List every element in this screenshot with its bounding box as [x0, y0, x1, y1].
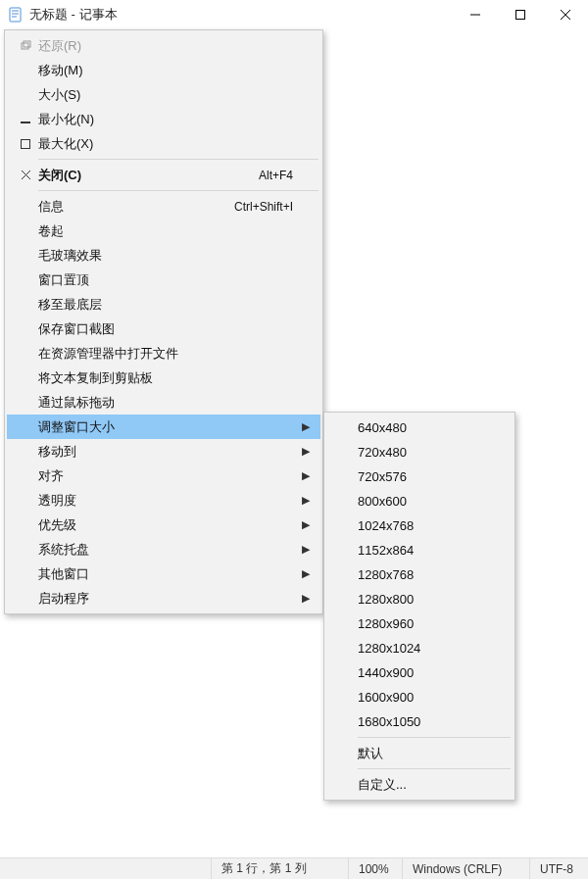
- menu-label: 将文本复制到剪贴板: [38, 369, 299, 387]
- resize-option-1440x900[interactable]: 1440x900: [326, 660, 513, 685]
- menu-item-save-screenshot[interactable]: 保存窗口截图: [7, 317, 320, 341]
- resize-option-720x480[interactable]: 720x480: [326, 440, 513, 464]
- status-encoding: UTF-8: [529, 858, 588, 879]
- submenu-arrow-icon: ▶: [299, 420, 313, 433]
- maximize-icon: [13, 138, 38, 150]
- status-line-ending: Windows (CRLF): [402, 858, 529, 879]
- resize-option-1024x768[interactable]: 1024x768: [326, 513, 513, 538]
- menu-label: 关闭(C): [38, 167, 259, 184]
- resize-option-1152x864[interactable]: 1152x864: [326, 538, 513, 562]
- menu-shortcut: Alt+F4: [259, 169, 299, 182]
- resize-label: 默认: [358, 745, 383, 762]
- resize-label: 720x576: [358, 469, 407, 484]
- submenu-arrow-icon: ▶: [299, 592, 313, 605]
- status-caret-position: 第 1 行，第 1 列: [211, 858, 348, 879]
- menu-item-restore[interactable]: 还原(R): [7, 33, 320, 58]
- menu-item-start-program[interactable]: 启动程序 ▶: [7, 586, 320, 610]
- menu-item-info[interactable]: 信息 Ctrl+Shift+I: [7, 194, 320, 219]
- menu-item-tray[interactable]: 系统托盘 ▶: [7, 537, 320, 562]
- resize-option-800x600[interactable]: 800x600: [326, 489, 513, 513]
- resize-option-1280x1024[interactable]: 1280x1024: [326, 636, 513, 660]
- menu-item-ontop[interactable]: 窗口置顶: [7, 268, 320, 292]
- resize-label: 1280x1024: [358, 641, 420, 656]
- resize-option-1280x768[interactable]: 1280x768: [326, 562, 513, 587]
- resize-label: 1280x960: [358, 616, 414, 631]
- menu-item-rollup[interactable]: 卷起: [7, 219, 320, 243]
- resize-option-1280x800[interactable]: 1280x800: [326, 587, 513, 611]
- menu-label: 信息: [38, 198, 234, 216]
- submenu-arrow-icon: ▶: [299, 445, 313, 458]
- resize-label: 1024x768: [358, 518, 414, 533]
- menu-item-open-in-explorer[interactable]: 在资源管理器中打开文件: [7, 341, 320, 366]
- menu-item-move-to[interactable]: 移动到 ▶: [7, 439, 320, 464]
- status-bar: 第 1 行，第 1 列 100% Windows (CRLF) UTF-8: [0, 857, 588, 879]
- svg-rect-9: [24, 41, 30, 47]
- status-zoom: 100%: [348, 858, 402, 879]
- resize-option-1600x900[interactable]: 1600x900: [326, 685, 513, 709]
- menu-shortcut: Ctrl+Shift+I: [234, 200, 299, 214]
- window-title: 无标题 - 记事本: [29, 6, 118, 24]
- resize-label: 1152x864: [358, 543, 414, 558]
- resize-option-default[interactable]: 默认: [326, 741, 513, 765]
- menu-item-glass[interactable]: 毛玻璃效果: [7, 243, 320, 268]
- menu-label: 毛玻璃效果: [38, 247, 299, 265]
- menu-label: 移至最底层: [38, 296, 299, 314]
- title-bar: 无标题 - 记事本: [0, 0, 588, 29]
- menu-label: 还原(R): [38, 37, 299, 55]
- menu-item-maximize[interactable]: 最大化(X): [7, 131, 320, 156]
- menu-label: 大小(S): [38, 86, 299, 104]
- menu-item-to-bottom[interactable]: 移至最底层: [7, 292, 320, 317]
- resize-label: 1280x800: [358, 592, 414, 607]
- menu-item-align[interactable]: 对齐 ▶: [7, 464, 320, 488]
- menu-separator: [38, 159, 318, 160]
- close-icon: [13, 170, 38, 180]
- resize-label: 1440x900: [358, 665, 414, 680]
- menu-label: 对齐: [38, 467, 299, 485]
- menu-item-close[interactable]: 关闭(C) Alt+F4: [7, 163, 320, 187]
- resize-submenu: 640x480 720x480 720x576 800x600 1024x768…: [323, 412, 515, 801]
- menu-item-resize[interactable]: 调整窗口大小 ▶: [7, 415, 320, 439]
- minimize-button[interactable]: [453, 0, 498, 29]
- menu-label: 启动程序: [38, 590, 299, 608]
- menu-item-minimize[interactable]: 最小化(N): [7, 107, 320, 131]
- menu-label: 窗口置顶: [38, 271, 299, 289]
- submenu-arrow-icon: ▶: [299, 469, 313, 482]
- menu-label: 最大化(X): [38, 135, 299, 153]
- menu-item-other-windows[interactable]: 其他窗口 ▶: [7, 562, 320, 586]
- resize-option-640x480[interactable]: 640x480: [326, 415, 513, 440]
- close-button[interactable]: [543, 0, 588, 29]
- menu-label: 在资源管理器中打开文件: [38, 345, 299, 363]
- maximize-button[interactable]: [498, 0, 543, 29]
- resize-option-custom[interactable]: 自定义...: [326, 772, 513, 797]
- svg-rect-8: [22, 43, 28, 49]
- menu-label: 通过鼠标拖动: [38, 394, 299, 412]
- menu-label: 其他窗口: [38, 565, 299, 583]
- submenu-arrow-icon: ▶: [299, 494, 313, 507]
- resize-option-1280x960[interactable]: 1280x960: [326, 611, 513, 636]
- menu-label: 优先级: [38, 516, 299, 534]
- menu-label: 移动(M): [38, 62, 299, 79]
- menu-item-drag-by-mouse[interactable]: 通过鼠标拖动: [7, 390, 320, 415]
- menu-label: 卷起: [38, 222, 299, 240]
- svg-rect-11: [22, 139, 30, 148]
- menu-separator: [358, 768, 511, 769]
- submenu-arrow-icon: ▶: [299, 567, 313, 580]
- resize-label: 自定义...: [358, 776, 407, 794]
- svg-rect-5: [516, 10, 525, 19]
- menu-item-opacity[interactable]: 透明度 ▶: [7, 488, 320, 513]
- status-spacer: [0, 858, 211, 879]
- resize-option-1680x1050[interactable]: 1680x1050: [326, 709, 513, 734]
- resize-label: 1680x1050: [358, 714, 420, 729]
- resize-label: 640x480: [358, 420, 407, 435]
- submenu-arrow-icon: ▶: [299, 543, 313, 556]
- menu-item-move[interactable]: 移动(M): [7, 58, 320, 82]
- minimize-icon: [13, 114, 38, 125]
- submenu-arrow-icon: ▶: [299, 518, 313, 531]
- app-icon: [8, 7, 24, 23]
- menu-item-size[interactable]: 大小(S): [7, 82, 320, 107]
- svg-rect-0: [10, 8, 21, 22]
- menu-item-priority[interactable]: 优先级 ▶: [7, 513, 320, 537]
- resize-option-720x576[interactable]: 720x576: [326, 464, 513, 489]
- menu-item-copy-text[interactable]: 将文本复制到剪贴板: [7, 366, 320, 390]
- menu-label: 系统托盘: [38, 541, 299, 559]
